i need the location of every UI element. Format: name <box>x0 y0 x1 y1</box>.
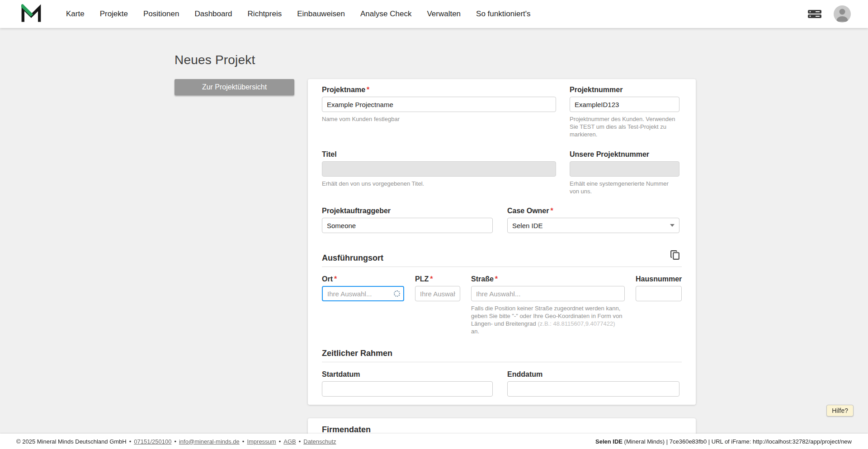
titel-input <box>322 161 556 177</box>
loading-spinner <box>394 290 400 297</box>
chevron-down-icon <box>670 224 675 227</box>
field-unsere-projektnummer: Unsere Projektnummer Erhält eine systemg… <box>570 150 679 195</box>
strasse-input[interactable] <box>471 286 625 301</box>
unsere-projektnummer-helper: Erhält eine systemgenerierte Nummer von … <box>570 180 679 195</box>
plz-input[interactable] <box>415 286 460 301</box>
required-asterisk: * <box>430 275 433 283</box>
zur-projektuebersicht-button[interactable]: Zur Projektübersicht <box>175 79 294 95</box>
field-plz: PLZ* <box>415 275 460 335</box>
startdatum-label: Startdatum <box>322 370 493 379</box>
startdatum-input[interactable] <box>322 381 493 397</box>
copy-icon <box>670 249 681 261</box>
footer-agb-link[interactable]: AGB <box>283 438 296 445</box>
projektnummer-helper: Projektnummer des Kunden. Verwenden Sie … <box>570 115 679 138</box>
footer-phone-link[interactable]: 07151/250100 <box>134 438 171 445</box>
field-titel: Titel Erhält den von uns vorgegebenen Ti… <box>322 150 556 195</box>
required-asterisk: * <box>367 86 369 94</box>
main-content: Neues Projekt Zur Projektübersicht Proje… <box>175 28 693 449</box>
hausnummer-label: Hausnummer <box>636 275 682 283</box>
ausfuehrungsort-heading: Ausführungsort <box>322 253 383 263</box>
field-ort: Ort* <box>322 275 404 335</box>
projektnummer-input[interactable] <box>570 97 679 112</box>
nav-item-analyse-check[interactable]: Analyse Check <box>360 9 411 19</box>
field-startdatum: Startdatum <box>322 370 493 397</box>
field-strasse: Straße* Falls die Position keiner Straße… <box>471 275 625 335</box>
field-case-owner: Case Owner* Selen IDE <box>507 207 679 233</box>
enddatum-input[interactable] <box>507 381 679 397</box>
footer-session-details: (Mineral Minds) | 7ce360e83fb0 | URL of … <box>623 438 852 445</box>
server-icon[interactable] <box>807 9 822 19</box>
user-avatar[interactable] <box>834 5 851 23</box>
required-asterisk: * <box>334 275 337 283</box>
footer-left: © 2025 Mineral Minds Deutschland GmbH • … <box>16 438 336 445</box>
top-navbar: Karte Projekte Positionen Dashboard Rich… <box>0 0 868 28</box>
nav-item-richtpreis[interactable]: Richtpreis <box>248 9 282 19</box>
case-owner-value: Selen IDE <box>512 222 543 229</box>
page-title: Neues Projekt <box>175 53 693 67</box>
footer-impressum-link[interactable]: Impressum <box>247 438 276 445</box>
field-hausnummer: Hausnummer <box>636 275 682 335</box>
copy-location-button[interactable] <box>669 248 682 263</box>
field-enddatum: Enddatum <box>507 370 679 397</box>
right-column: Projektname* Name vom Kunden festlegbar … <box>308 79 696 449</box>
app-viewport: Karte Projekte Positionen Dashboard Rich… <box>0 0 868 449</box>
ort-input[interactable] <box>322 286 404 301</box>
enddatum-label: Enddatum <box>507 370 679 379</box>
case-owner-label: Case Owner* <box>507 207 679 215</box>
nav-item-so-funktionierts[interactable]: So funktioniert's <box>476 9 530 19</box>
person-icon <box>834 5 851 23</box>
footer-email-link[interactable]: info@mineral-minds.de <box>179 438 240 445</box>
footer-session-info: Selen IDE (Mineral Minds) | 7ce360e83fb0… <box>595 438 852 445</box>
brand-logo[interactable] <box>21 4 41 24</box>
hausnummer-input[interactable] <box>636 286 682 301</box>
titel-helper: Erhält den von uns vorgegebenen Titel. <box>322 180 556 187</box>
nav-item-einbauweisen[interactable]: Einbauweisen <box>297 9 345 19</box>
projektname-helper: Name vom Kunden festlegbar <box>322 115 556 123</box>
footer: © 2025 Mineral Minds Deutschland GmbH • … <box>0 434 868 449</box>
strasse-helper: Falls die Position keiner Straße zugeord… <box>471 304 625 335</box>
footer-user-name: Selen IDE <box>595 438 623 445</box>
ort-label: Ort* <box>322 275 404 283</box>
nav-item-projekte[interactable]: Projekte <box>100 9 128 19</box>
case-owner-select[interactable]: Selen IDE <box>507 218 679 233</box>
titel-label: Titel <box>322 150 556 159</box>
ausfuehrungsort-section-head: Ausführungsort <box>322 248 682 267</box>
unsere-projektnummer-label: Unsere Projektnummer <box>570 150 679 159</box>
field-projektname: Projektname* Name vom Kunden festlegbar <box>322 86 556 138</box>
left-column: Zur Projektübersicht <box>175 79 294 95</box>
footer-datenschutz-link[interactable]: Datenschutz <box>303 438 336 445</box>
navbar-right <box>807 5 851 23</box>
field-projektnummer: Projektnummer Projektnummer des Kunden. … <box>570 86 679 138</box>
required-asterisk: * <box>550 207 553 215</box>
required-asterisk: * <box>495 275 498 283</box>
nav-item-positionen[interactable]: Positionen <box>143 9 179 19</box>
main-nav: Karte Projekte Positionen Dashboard Rich… <box>66 9 546 19</box>
unsere-projektnummer-input <box>570 161 679 177</box>
project-form-card: Projektname* Name vom Kunden festlegbar … <box>308 79 696 405</box>
projektauftraggeber-label: Projektauftraggeber <box>322 207 493 215</box>
nav-item-karte[interactable]: Karte <box>66 9 85 19</box>
zeitlicher-rahmen-heading: Zeitlicher Rahmen <box>322 349 392 358</box>
projektnummer-label: Projektnummer <box>570 86 679 94</box>
field-projektauftraggeber: Projektauftraggeber <box>322 207 493 233</box>
strasse-label: Straße* <box>471 275 625 283</box>
firmendaten-heading: Firmendaten <box>322 425 371 435</box>
logo-icon <box>21 4 41 24</box>
hilfe-button[interactable]: Hilfe? <box>826 405 854 416</box>
plz-label: PLZ* <box>415 275 460 283</box>
zeitlicher-rahmen-section-head: Zeitlicher Rahmen <box>322 349 682 362</box>
footer-copyright: © 2025 Mineral Minds Deutschland GmbH <box>16 438 127 445</box>
nav-item-verwalten[interactable]: Verwalten <box>427 9 461 19</box>
projektname-input[interactable] <box>322 97 556 112</box>
projektauftraggeber-input[interactable] <box>322 218 493 233</box>
nav-item-dashboard[interactable]: Dashboard <box>194 9 232 19</box>
projektname-label: Projektname* <box>322 86 556 94</box>
